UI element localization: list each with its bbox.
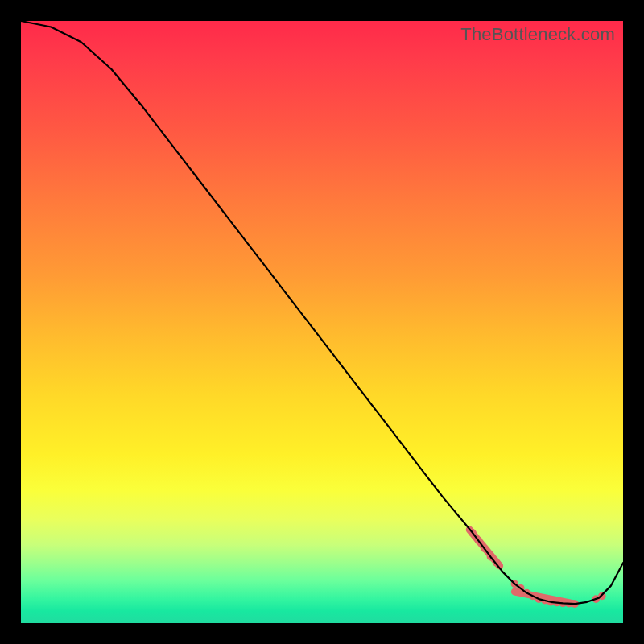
curve-layer bbox=[21, 21, 623, 623]
bottleneck-curve bbox=[21, 21, 623, 604]
markers-group bbox=[469, 529, 605, 608]
chart-frame: TheBottleneck.com bbox=[0, 0, 644, 644]
plot-area: TheBottleneck.com bbox=[21, 21, 623, 623]
